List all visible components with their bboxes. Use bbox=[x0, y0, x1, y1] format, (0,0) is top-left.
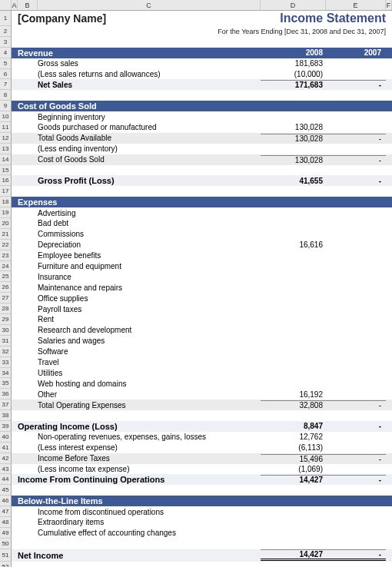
line-label: Gross sales bbox=[38, 59, 261, 68]
corner-cell bbox=[0, 0, 12, 10]
year-2007: 2007 bbox=[326, 48, 386, 57]
line-item: Beginning inventory bbox=[12, 111, 392, 122]
line-label: Software bbox=[38, 347, 261, 356]
line-val-2008[interactable]: 12,762 bbox=[261, 433, 326, 441]
total-opex-label: Total Operating Expenses bbox=[38, 401, 261, 410]
col-d: D bbox=[261, 0, 326, 10]
line-label: Goods purchased or manufactured bbox=[38, 123, 261, 131]
line-item: Non-operating revenues, expenses, gains,… bbox=[12, 432, 392, 443]
expenses-header: Expenses bbox=[12, 197, 392, 207]
line-item: Maintenance and repairs bbox=[12, 282, 392, 293]
below-line-header: Below-the-Line Items bbox=[12, 496, 392, 506]
net-sales-2008[interactable]: 171,683 bbox=[261, 80, 326, 89]
net-income-2008[interactable]: 14,427 bbox=[261, 549, 326, 561]
col-a: A bbox=[12, 0, 18, 10]
line-item: Utilities bbox=[12, 368, 392, 379]
line-label: Web hosting and domains bbox=[38, 380, 261, 388]
line-item: Travel bbox=[12, 357, 392, 368]
net-income-2007[interactable]: - bbox=[326, 549, 386, 561]
line-label: Maintenance and repairs bbox=[38, 284, 261, 292]
line-val-2008[interactable]: (10,000) bbox=[261, 70, 326, 78]
line-item: Extraordinary items bbox=[12, 517, 392, 528]
line-item: Commissions bbox=[12, 229, 392, 240]
total-opex-2008[interactable]: 32,808 bbox=[261, 400, 326, 410]
title-row: [Company Name] Income Statement bbox=[12, 11, 392, 26]
line-label: Insurance bbox=[38, 273, 261, 281]
operating-income-row: Operating Income (Loss) 8,847 - bbox=[12, 421, 392, 432]
line-item: Cumulative effect of accounting changes bbox=[12, 528, 392, 539]
line-item: Depreciation16,616 bbox=[12, 240, 392, 250]
line-label: Commissions bbox=[38, 230, 261, 238]
line-label: Other bbox=[38, 390, 261, 399]
line-item: (Less income tax expense)(1,069) bbox=[12, 464, 392, 475]
period-subtitle: For the Years Ending [Dec 31, 2008 and D… bbox=[18, 28, 386, 35]
col-b: B bbox=[18, 0, 38, 10]
continuing-ops-2007[interactable]: - bbox=[326, 475, 386, 484]
line-label: Cost of Goods Sold bbox=[38, 155, 261, 164]
line-item: Income Before Taxes15,496- bbox=[12, 453, 392, 464]
net-income-label: Net Income bbox=[18, 551, 261, 560]
gross-profit-row: Gross Profit (Loss) 41,655 - bbox=[12, 175, 392, 186]
line-item: Employee benefits bbox=[12, 250, 392, 261]
net-sales-label: Net Sales bbox=[38, 81, 261, 89]
line-item: Payroll taxes bbox=[12, 303, 392, 314]
line-val-2008[interactable]: 130,028 bbox=[261, 134, 326, 143]
line-item: Total Goods Available130,028- bbox=[12, 133, 392, 144]
line-item: (Less sales returns and allowances)(10,0… bbox=[12, 69, 392, 80]
column-headers: A B C D E F bbox=[0, 0, 392, 11]
line-item: (Less ending inventory) bbox=[12, 144, 392, 154]
line-val-2008[interactable]: 16,616 bbox=[261, 240, 326, 249]
line-label: Total Goods Available bbox=[38, 134, 261, 142]
spreadsheet-body: [Company Name] Income Statement For the … bbox=[12, 11, 392, 567]
operating-income-label: Operating Income (Loss) bbox=[18, 422, 261, 431]
line-label: Utilities bbox=[38, 369, 261, 377]
line-val-2008[interactable]: 130,028 bbox=[261, 123, 326, 131]
line-label: (Less sales returns and allowances) bbox=[38, 70, 261, 78]
net-sales-2007[interactable]: - bbox=[326, 80, 386, 89]
line-val-2007[interactable]: - bbox=[326, 454, 386, 463]
line-label: (Less income tax expense) bbox=[38, 465, 261, 473]
gross-profit-2008[interactable]: 41,655 bbox=[261, 177, 326, 185]
line-label: Employee benefits bbox=[38, 251, 261, 260]
line-label: Income from discontinued operations bbox=[38, 508, 261, 516]
line-label: (Less interest expense) bbox=[38, 443, 261, 452]
line-val-2007[interactable]: - bbox=[326, 155, 386, 164]
total-opex-2007[interactable]: - bbox=[326, 400, 386, 410]
line-val-2008[interactable]: 181,683 bbox=[261, 59, 326, 68]
line-val-2008[interactable]: 130,028 bbox=[261, 155, 326, 164]
gross-profit-label: Gross Profit (Loss) bbox=[38, 176, 261, 185]
cogs-title: Cost of Goods Sold bbox=[18, 101, 261, 111]
net-income-row: Net Income 14,427 - bbox=[12, 549, 392, 562]
operating-income-2008[interactable]: 8,847 bbox=[261, 422, 326, 430]
line-item: Advertising bbox=[12, 207, 392, 218]
revenue-header: Revenue 2008 2007 bbox=[12, 48, 392, 58]
line-label: Travel bbox=[38, 358, 261, 366]
operating-income-2007[interactable]: - bbox=[326, 422, 386, 430]
line-val-2008[interactable]: (6,113) bbox=[261, 443, 326, 452]
line-label: Extraordinary items bbox=[38, 518, 261, 526]
line-label: Furniture and equipment bbox=[38, 262, 261, 270]
line-item: Insurance bbox=[12, 271, 392, 282]
company-name[interactable]: [Company Name] bbox=[18, 12, 194, 25]
line-item: Goods purchased or manufactured130,028 bbox=[12, 122, 392, 133]
line-label: Office supplies bbox=[38, 294, 261, 303]
line-label: Rent bbox=[38, 315, 261, 323]
net-sales-row: Net Sales 171,683 - bbox=[12, 79, 392, 90]
year-2008: 2008 bbox=[261, 48, 326, 57]
line-label: Advertising bbox=[38, 209, 261, 217]
gross-profit-2007[interactable]: - bbox=[326, 177, 386, 185]
line-val-2008[interactable]: 15,496 bbox=[261, 454, 326, 463]
continuing-ops-2008[interactable]: 14,427 bbox=[261, 475, 326, 484]
col-c: C bbox=[38, 0, 261, 10]
col-f: F bbox=[386, 0, 392, 10]
line-label: Payroll taxes bbox=[38, 305, 261, 313]
line-val-2008[interactable]: 16,192 bbox=[261, 390, 326, 399]
line-val-2008[interactable]: (1,069) bbox=[261, 465, 326, 473]
line-val-2007[interactable]: - bbox=[326, 134, 386, 143]
below-line-title: Below-the-Line Items bbox=[18, 496, 261, 506]
line-item: (Less interest expense)(6,113) bbox=[12, 443, 392, 453]
line-label: Beginning inventory bbox=[38, 113, 261, 121]
line-label: Bad debt bbox=[38, 219, 261, 227]
line-item: Web hosting and domains bbox=[12, 378, 392, 389]
line-item: Cost of Goods Sold130,028- bbox=[12, 154, 392, 165]
